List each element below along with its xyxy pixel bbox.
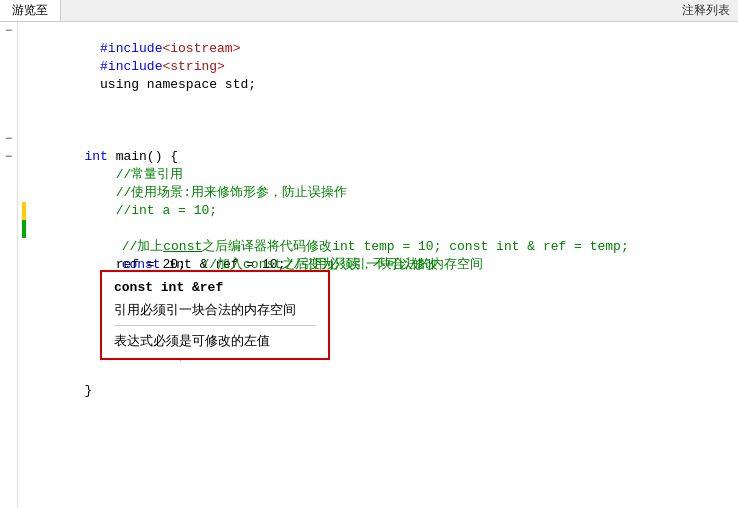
fold-icon-2[interactable]: − [5, 132, 12, 146]
gutter-cell-19 [0, 346, 17, 364]
error-popup-divider [114, 325, 316, 326]
gutter-cell-13 [0, 238, 17, 256]
code-line-20: } [22, 364, 738, 382]
tab-browse[interactable]: 游览至 [0, 0, 61, 21]
gutter-cell-17 [0, 310, 17, 328]
code-line-5 [22, 94, 738, 112]
gutter-cell-11 [0, 202, 17, 220]
gutter-cell-7: − [0, 130, 17, 148]
fold-icon-3[interactable]: − [5, 150, 12, 164]
gutter-cell-15 [0, 274, 17, 292]
code-line-11: //加上const之后编译器将代码修改int temp = 10; const … [22, 202, 738, 220]
code-line-4 [22, 76, 738, 94]
yellow-indicator [22, 202, 26, 220]
error-popup-line1: 引用必须引一块合法的内存空间 [114, 301, 316, 319]
tab-browse-label: 游览至 [12, 2, 48, 19]
gutter-cell-3 [0, 58, 17, 76]
code-line-6 [22, 112, 738, 130]
code-area: − − − #include<iostream> [0, 22, 738, 508]
gutter-cell-16 [0, 292, 17, 310]
gutter: − − − [0, 22, 18, 508]
gutter-cell-4 [0, 76, 17, 94]
gutter-cell-1: − [0, 22, 17, 40]
code-line-2: #include<string> [22, 40, 738, 58]
fold-icon-1[interactable]: − [5, 24, 12, 38]
header-right: 注释列表 [682, 2, 738, 19]
code-line-7: int main() { [22, 130, 738, 148]
gutter-cell-6 [0, 112, 17, 130]
header-bar: 游览至 注释列表 [0, 0, 738, 22]
code-line-13: ref = 20; //加入const之后变为只读，不可以修改 [22, 238, 738, 256]
error-popup-line2: 表达式必须是可修改的左值 [114, 332, 316, 350]
code-line-1: #include<iostream> [22, 22, 738, 40]
gutter-cell-2 [0, 40, 17, 58]
gutter-cell-12 [0, 220, 17, 238]
gutter-cell-10 [0, 184, 17, 202]
tab-comments-label: 注释列表 [682, 3, 730, 17]
error-popup-title: const int &ref [114, 280, 316, 295]
green-indicator [22, 220, 26, 238]
code-lines: #include<iostream> #include<string> usin… [18, 22, 738, 508]
gutter-cell-9 [0, 166, 17, 184]
code-line-9: //使用场景:用来修饰形参，防止误操作 [22, 166, 738, 184]
code-line-10: //int a = 10; [22, 184, 738, 202]
gutter-cell-14 [0, 256, 17, 274]
gutter-cell-20 [0, 364, 17, 382]
code-line-8: //常量引用 [22, 148, 738, 166]
gutter-cell-18 [0, 328, 17, 346]
error-popup: const int &ref 引用必须引一块合法的内存空间 表达式必须是可修改的… [100, 270, 330, 360]
editor-container: 游览至 注释列表 − − − [0, 0, 738, 508]
gutter-cell-5 [0, 94, 17, 112]
code-line-12: const int & ref = 10;//引用必须引一块合法的内存空间 [22, 220, 738, 238]
gutter-cell-8: − [0, 148, 17, 166]
code-line-3: using namespace std; [22, 58, 738, 76]
